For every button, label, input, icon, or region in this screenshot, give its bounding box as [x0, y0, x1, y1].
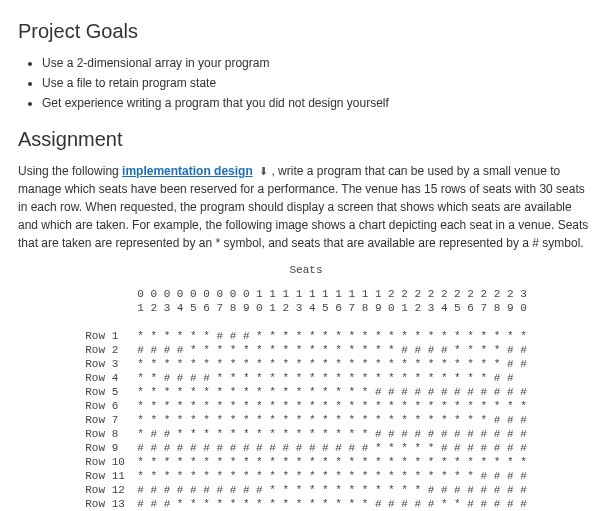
list-item: Get experience writing a program that yo…: [42, 94, 594, 112]
implementation-design-link[interactable]: implementation design: [122, 164, 253, 178]
text: Using the following: [18, 164, 122, 178]
download-icon[interactable]: ⬇: [258, 163, 268, 180]
heading-project-goals: Project Goals: [18, 16, 594, 46]
goals-list: Use a 2-dimensional array in your progra…: [18, 54, 594, 112]
list-item: Use a file to retain program state: [42, 74, 594, 92]
seating-chart-body: 0 0 0 0 0 0 0 0 0 1 1 1 1 1 1 1 1 1 1 2 …: [85, 287, 526, 512]
seating-chart-figure: Seats 0 0 0 0 0 0 0 0 0 1 1 1 1 1 1 1 1 …: [18, 262, 594, 511]
seating-chart-title: Seats: [18, 262, 594, 279]
assignment-paragraph-1: Using the following implementation desig…: [18, 162, 594, 252]
heading-assignment: Assignment: [18, 124, 594, 154]
list-item: Use a 2-dimensional array in your progra…: [42, 54, 594, 72]
